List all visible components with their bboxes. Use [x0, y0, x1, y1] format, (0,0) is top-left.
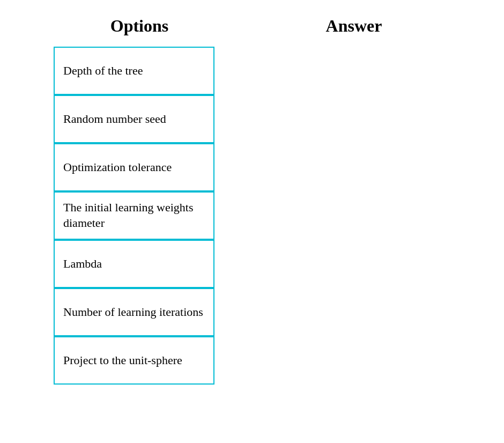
option-text-depth-tree: Depth of the tree [63, 63, 143, 79]
options-header: Options [54, 16, 225, 36]
option-text-random-seed: Random number seed [63, 112, 166, 127]
option-card-depth-tree[interactable]: Depth of the tree [54, 47, 214, 95]
option-text-optimization-tolerance: Optimization tolerance [63, 160, 172, 175]
headers-row: Options Answer [0, 16, 504, 36]
option-text-project-unit-sphere: Project to the unit-sphere [63, 353, 182, 368]
option-card-lambda[interactable]: Lambda [54, 240, 214, 288]
option-card-project-unit-sphere[interactable]: Project to the unit-sphere [54, 336, 214, 385]
options-column: Depth of the treeRandom number seedOptim… [0, 47, 504, 385]
option-text-initial-learning-weights: The initial learning weights diameter [63, 200, 205, 231]
option-card-optimization-tolerance[interactable]: Optimization tolerance [54, 143, 214, 191]
option-card-random-seed[interactable]: Random number seed [54, 95, 214, 143]
option-text-number-learning-iterations: Number of learning iterations [63, 305, 203, 320]
page-container: Options Answer Depth of the treeRandom n… [0, 0, 504, 443]
option-text-lambda: Lambda [63, 256, 102, 272]
option-card-initial-learning-weights[interactable]: The initial learning weights diameter [54, 191, 214, 240]
answer-header: Answer [268, 16, 440, 36]
option-card-number-learning-iterations[interactable]: Number of learning iterations [54, 288, 214, 336]
